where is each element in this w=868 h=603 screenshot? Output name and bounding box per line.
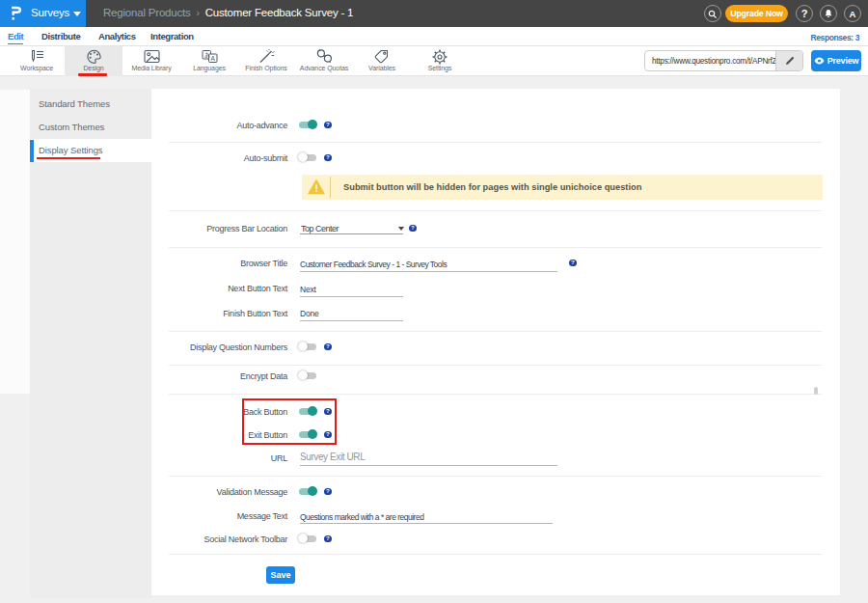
svg-text:A: A (211, 55, 216, 62)
svg-text:あ: あ (204, 52, 210, 59)
